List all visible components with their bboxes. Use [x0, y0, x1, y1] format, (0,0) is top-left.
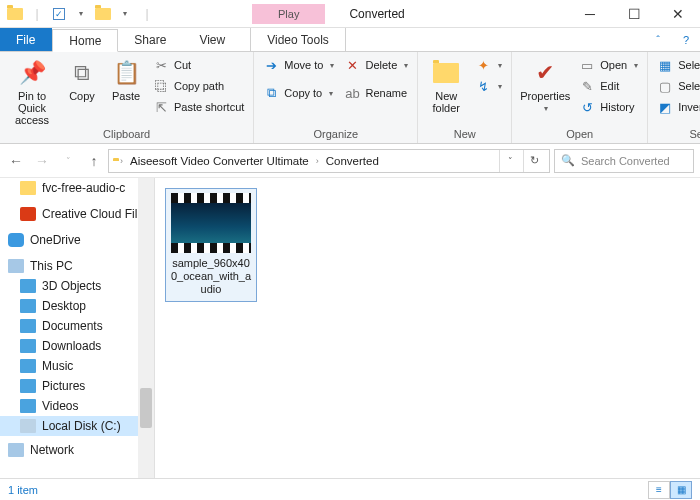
- label: Properties: [520, 90, 570, 102]
- documents-icon: [20, 319, 36, 333]
- tree-item[interactable]: fvc-free-audio-c: [0, 178, 154, 198]
- breadcrumb-sep[interactable]: ›: [311, 156, 324, 166]
- network-icon: [8, 443, 24, 457]
- tree-item[interactable]: Desktop: [0, 296, 154, 316]
- tree-item[interactable]: Music: [0, 356, 154, 376]
- ribbon-collapse-icon[interactable]: ˆ: [644, 28, 672, 51]
- minimize-button[interactable]: ─: [568, 0, 612, 28]
- tab-file[interactable]: File: [0, 28, 52, 51]
- tree-item-localdisk[interactable]: Local Disk (C:): [0, 416, 154, 436]
- label: Select all: [678, 59, 700, 71]
- properties-icon[interactable]: ✓: [50, 5, 68, 23]
- new-item-button[interactable]: ✦▾: [472, 56, 505, 74]
- qat-overflow[interactable]: |: [138, 5, 156, 23]
- video-thumbnail: [171, 193, 251, 253]
- file-item[interactable]: sample_960x400_ocean_with_audio: [165, 188, 257, 302]
- forward-button[interactable]: →: [32, 151, 52, 171]
- group-label: New: [424, 128, 505, 142]
- open-button[interactable]: ▭Open▾: [576, 56, 641, 74]
- copy-button[interactable]: ⧉ Copy: [62, 56, 102, 128]
- tab-home[interactable]: Home: [52, 29, 118, 52]
- copy-to-button[interactable]: ⧉Copy to▾: [260, 84, 337, 102]
- tree-item[interactable]: Documents: [0, 316, 154, 336]
- tree-item-onedrive[interactable]: OneDrive: [0, 230, 154, 250]
- file-list[interactable]: sample_960x400_ocean_with_audio: [155, 178, 700, 478]
- move-to-button[interactable]: ➔Move to▾: [260, 56, 337, 74]
- tree-scrollbar[interactable]: [138, 178, 154, 478]
- help-icon[interactable]: ?: [672, 28, 700, 51]
- new-item-icon: ✦: [475, 57, 491, 73]
- tab-share[interactable]: Share: [118, 28, 183, 51]
- maximize-button[interactable]: ☐: [612, 0, 656, 28]
- select-all-icon: ▦: [657, 57, 673, 73]
- search-input[interactable]: 🔍 Search Converted: [554, 149, 694, 173]
- breadcrumb-seg[interactable]: Converted: [326, 155, 379, 167]
- search-icon: 🔍: [561, 154, 575, 167]
- rename-button[interactable]: abRename: [341, 84, 411, 102]
- tree-item[interactable]: Downloads: [0, 336, 154, 356]
- ribbon-group-open: ✔ Properties ▾ ▭Open▾ ✎Edit ↺History Ope…: [512, 52, 648, 143]
- details-view-button[interactable]: ≡: [648, 481, 670, 499]
- close-button[interactable]: ✕: [656, 0, 700, 28]
- folder-icon: [6, 5, 24, 23]
- new-folder-button[interactable]: New folder: [424, 56, 468, 116]
- label: Copy to: [284, 87, 322, 99]
- drive-icon: [20, 419, 36, 433]
- paste-button[interactable]: 📋 Paste: [106, 56, 146, 128]
- recent-dropdown[interactable]: ˅: [58, 151, 78, 171]
- thumbnails-view-button[interactable]: ▦: [670, 481, 692, 499]
- open-icon: ▭: [579, 57, 595, 73]
- tab-view[interactable]: View: [183, 28, 242, 51]
- folder-icon: [20, 181, 36, 195]
- qat-dropdown-icon[interactable]: ▾: [72, 5, 90, 23]
- label: Rename: [365, 87, 407, 99]
- tree-item[interactable]: Pictures: [0, 376, 154, 396]
- address-bar[interactable]: › Aiseesoft Video Converter Ultimate › C…: [108, 149, 550, 173]
- label: Music: [42, 359, 73, 373]
- contextual-tab-header: Play: [252, 4, 325, 24]
- refresh-button[interactable]: ↻: [523, 150, 545, 172]
- tree-item-network[interactable]: Network: [0, 440, 154, 460]
- invert-selection-button[interactable]: ◩Invert selection: [654, 98, 700, 116]
- select-all-button[interactable]: ▦Select all: [654, 56, 700, 74]
- address-dropdown-icon[interactable]: ˅: [499, 150, 521, 172]
- scrollbar-thumb[interactable]: [140, 388, 152, 428]
- properties-button[interactable]: ✔ Properties ▾: [518, 56, 572, 116]
- back-button[interactable]: ←: [6, 151, 26, 171]
- edit-button[interactable]: ✎Edit: [576, 77, 641, 95]
- select-none-button[interactable]: ▢Select none: [654, 77, 700, 95]
- group-label: Select: [654, 128, 700, 142]
- label: Edit: [600, 80, 619, 92]
- label: Paste shortcut: [174, 101, 244, 113]
- rename-icon: ab: [344, 85, 360, 101]
- group-label: Organize: [260, 128, 411, 142]
- pin-quick-access-button[interactable]: 📌 Pin to Quick access: [6, 56, 58, 128]
- move-icon: ➔: [263, 57, 279, 73]
- address-bar-row: ← → ˅ ↑ › Aiseesoft Video Converter Ulti…: [0, 144, 700, 178]
- paste-shortcut-button[interactable]: ⇱Paste shortcut: [150, 98, 247, 116]
- label: Documents: [42, 319, 103, 333]
- delete-button[interactable]: ✕Delete▾: [341, 56, 411, 74]
- cut-button[interactable]: ✂Cut: [150, 56, 247, 74]
- label: Move to: [284, 59, 323, 71]
- tree-item[interactable]: Videos: [0, 396, 154, 416]
- history-button[interactable]: ↺History: [576, 98, 641, 116]
- label: History: [600, 101, 634, 113]
- tree-item-thispc[interactable]: This PC: [0, 256, 154, 276]
- label: OneDrive: [30, 233, 81, 247]
- cloud-icon: [8, 233, 24, 247]
- tree-item[interactable]: Creative Cloud Fil: [0, 204, 154, 224]
- easy-access-button[interactable]: ↯▾: [472, 77, 505, 95]
- breadcrumb-seg[interactable]: Aiseesoft Video Converter Ultimate: [130, 155, 309, 167]
- tab-video-tools[interactable]: Video Tools: [250, 28, 346, 51]
- tree-item[interactable]: 3D Objects: [0, 276, 154, 296]
- label: Delete: [365, 59, 397, 71]
- navigation-pane[interactable]: fvc-free-audio-c Creative Cloud Fil OneD…: [0, 178, 155, 478]
- up-button[interactable]: ↑: [84, 151, 104, 171]
- status-bar: 1 item ≡ ▦: [0, 478, 700, 500]
- copy-path-button[interactable]: ⿻Copy path: [150, 77, 247, 95]
- pin-icon: 📌: [17, 58, 47, 88]
- item-count: 1 item: [8, 484, 38, 496]
- chevron-down-icon[interactable]: ▾: [116, 5, 134, 23]
- ribbon-group-select: ▦Select all ▢Select none ◩Invert selecti…: [648, 52, 700, 143]
